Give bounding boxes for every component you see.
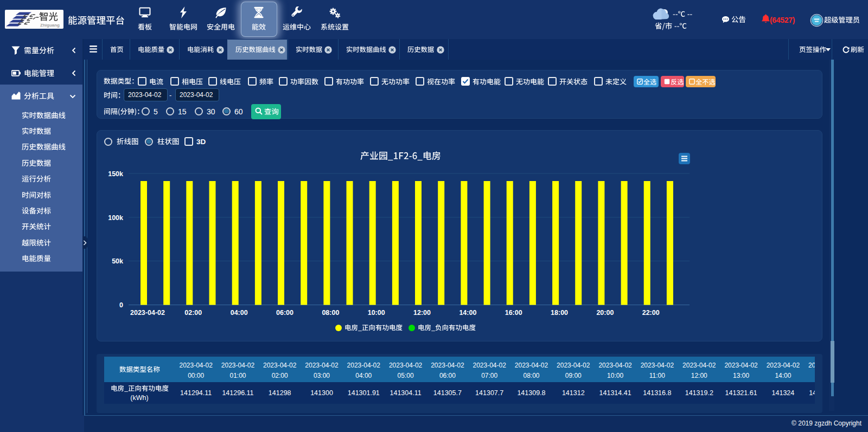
svg-text:06:00: 06:00 [276, 309, 293, 317]
svg-text:22:00: 22:00 [642, 309, 660, 317]
svg-text:10:00: 10:00 [368, 309, 385, 317]
svg-text:50k: 50k [112, 257, 123, 265]
svg-text:18:00: 18:00 [551, 309, 568, 317]
svg-text:14:00: 14:00 [459, 309, 476, 317]
svg-text:20:00: 20:00 [596, 309, 614, 317]
svg-text:16:00: 16:00 [505, 309, 522, 317]
svg-text:2023-04-02: 2023-04-02 [130, 309, 165, 317]
svg-text:100k: 100k [108, 214, 123, 222]
svg-text:0: 0 [119, 301, 123, 309]
svg-text:02:00: 02:00 [184, 309, 202, 317]
svg-text:08:00: 08:00 [322, 309, 339, 317]
svg-text:150k: 150k [108, 170, 123, 178]
svg-text:04:00: 04:00 [231, 309, 248, 317]
svg-text:12:00: 12:00 [413, 309, 431, 317]
